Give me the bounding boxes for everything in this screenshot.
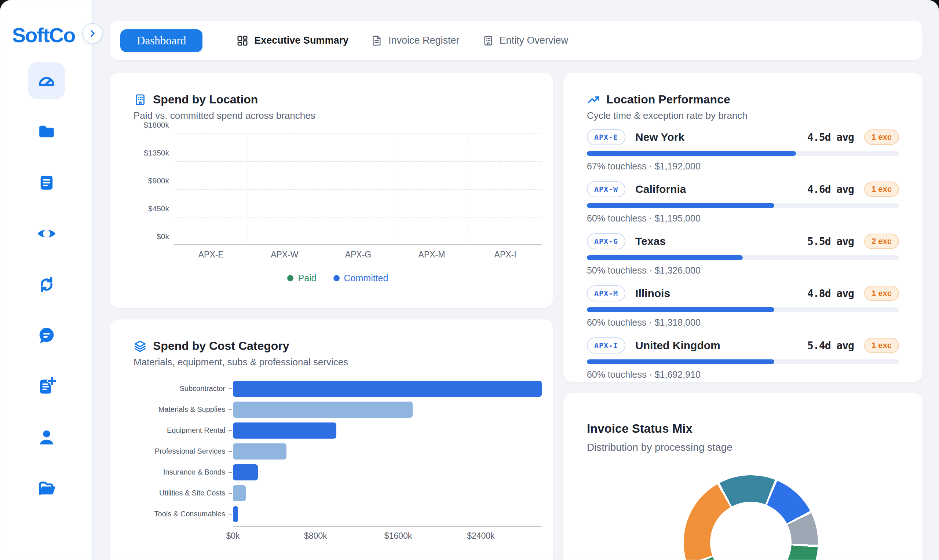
legend-item: Paid	[287, 273, 316, 283]
sidebar-collapse-button[interactable]	[82, 23, 103, 44]
category-bar	[233, 464, 258, 480]
branch-detail: 60% touchless · $1,195,000	[587, 213, 899, 224]
branch-name: Illinois	[635, 287, 670, 300]
x-axis-tick: $1600k	[385, 531, 412, 541]
sidebar-nav	[0, 62, 92, 507]
dashboard-button[interactable]: Dashboard	[120, 29, 202, 52]
x-axis-label: APX-E	[174, 250, 248, 260]
tab-label: Executive Summary	[254, 35, 348, 46]
spend-by-cost-category-card: Spend by Cost Category Materials, equipm…	[110, 319, 553, 560]
category-bar	[233, 381, 542, 397]
touchless-progress-track	[587, 203, 899, 208]
y-axis-label: $0k	[157, 232, 169, 241]
branch-row: APX-E New York 4.5d avg 1 exc 67% touchl…	[587, 129, 899, 172]
branch-row: APX-W California 4.6d avg 1 exc 60% touc…	[587, 181, 899, 224]
card-title: Spend by Location	[153, 93, 258, 106]
x-axis-label: APX-G	[321, 250, 395, 260]
category-label: Equipment Rental	[167, 426, 225, 435]
chat-icon	[37, 326, 57, 345]
touchless-progress-fill	[587, 255, 743, 260]
touchless-progress-track	[587, 255, 899, 260]
touchless-progress-track	[587, 151, 899, 156]
branch-rows: APX-E New York 4.5d avg 1 exc 67% touchl…	[587, 129, 899, 380]
tab-entity-overview[interactable]: Entity Overview	[482, 35, 568, 46]
file-icon	[371, 35, 383, 46]
category-label: Insurance & Bonds	[163, 468, 225, 476]
sidebar-item-documents[interactable]	[28, 164, 65, 201]
legend-label: Committed	[344, 273, 388, 283]
hbar-row: Materials & Supplies	[134, 399, 542, 420]
sidebar-item-sync[interactable]	[28, 266, 65, 303]
y-axis-label: $900k	[148, 176, 169, 185]
gauge-icon	[36, 71, 57, 91]
category-label: Materials & Supplies	[159, 405, 225, 414]
exception-badge: 2 exc	[864, 234, 899, 249]
branch-row: APX-M Illinois 4.8d avg 1 exc 60% touchl…	[587, 285, 899, 328]
trending-up-icon	[587, 93, 600, 106]
card-subtitle: Cycle time & exception rate by branch	[587, 110, 899, 122]
status-donut-chart	[684, 475, 818, 560]
card-title: Location Performance	[607, 93, 730, 106]
branch-row: APX-G Texas 5.5d avg 2 exc 50% touchless…	[587, 233, 899, 276]
spend-by-location-card: Spend by Location Paid vs. committed spe…	[110, 73, 553, 308]
sidebar-item-view[interactable]	[28, 215, 65, 252]
legend-dot	[287, 275, 294, 281]
document-icon	[37, 173, 56, 192]
category-label: Professional Services	[155, 447, 225, 455]
category-bar	[233, 402, 413, 418]
sidebar-item-messages[interactable]	[28, 317, 65, 354]
x-axis-tick: $0k	[226, 531, 240, 541]
category-label: Tools & Consumables	[154, 510, 225, 518]
card-subtitle: Distribution by processing stage	[587, 442, 899, 453]
sync-icon	[37, 275, 56, 294]
sidebar-item-dashboard[interactable]	[28, 62, 65, 99]
tab-executive-summary[interactable]: Executive Summary	[236, 34, 348, 47]
category-bar	[233, 443, 286, 460]
touchless-progress-fill	[587, 307, 774, 312]
folder-open-icon	[37, 478, 57, 498]
branch-code-badge: APX-E	[587, 129, 625, 145]
branch-name: California	[635, 183, 686, 195]
location-performance-card: Location Performance Cycle time & except…	[563, 73, 922, 382]
branch-detail: 67% touchless · $1,192,000	[587, 161, 899, 172]
branch-code-badge: APX-W	[587, 181, 625, 197]
category-label: Utilities & Site Costs	[159, 489, 225, 497]
hbar-row: Tools & Consumables	[134, 503, 542, 525]
building-icon	[482, 35, 494, 46]
x-axis-label: APX-I	[468, 250, 542, 260]
x-axis-tick: $800k	[304, 531, 327, 541]
exception-badge: 1 exc	[864, 182, 899, 197]
hbar-rows: SubcontractorMaterials & SuppliesEquipme…	[134, 378, 542, 525]
stacked-bar-chart: $0k$450k$900k$1350k$1800k	[174, 134, 542, 245]
exception-badge: 1 exc	[864, 338, 899, 353]
tab-invoice-register[interactable]: Invoice Register	[371, 35, 460, 46]
x-axis-tick: $2400k	[467, 531, 494, 541]
legend-label: Paid	[298, 273, 316, 283]
folder-icon	[37, 122, 57, 142]
donut-hole	[710, 502, 791, 560]
x-axis-label: APX-M	[395, 250, 469, 260]
stacked-bar-plot	[174, 134, 542, 245]
cycle-time-value: 4.5d avg	[807, 131, 854, 143]
sidebar-item-users[interactable]	[28, 419, 65, 456]
grid-icon	[236, 34, 249, 47]
sidebar-item-new-invoice[interactable]	[28, 368, 65, 405]
cycle-time-value: 4.8d avg	[807, 288, 854, 300]
sidebar-item-archive[interactable]	[28, 470, 65, 507]
legend-item: Committed	[333, 273, 388, 283]
app-window: SoftCo	[0, 0, 939, 560]
document-add-icon	[37, 377, 57, 397]
branch-row: APX-I United Kingdom 5.4d avg 1 exc 60% …	[587, 337, 899, 380]
branch-name: United Kingdom	[635, 339, 720, 352]
card-title: Invoice Status Mix	[587, 422, 899, 436]
branch-name: New York	[635, 131, 685, 143]
touchless-progress-track	[587, 359, 899, 364]
category-bar	[233, 423, 336, 438]
touchless-progress-fill	[587, 203, 774, 208]
hbar-row: Utilities & Site Costs	[134, 483, 542, 503]
branch-code-badge: APX-I	[587, 337, 625, 354]
exception-badge: 1 exc	[864, 129, 899, 145]
sidebar-item-folder[interactable]	[28, 113, 65, 150]
cycle-time-value: 5.4d avg	[807, 340, 854, 352]
building-icon	[134, 93, 147, 106]
